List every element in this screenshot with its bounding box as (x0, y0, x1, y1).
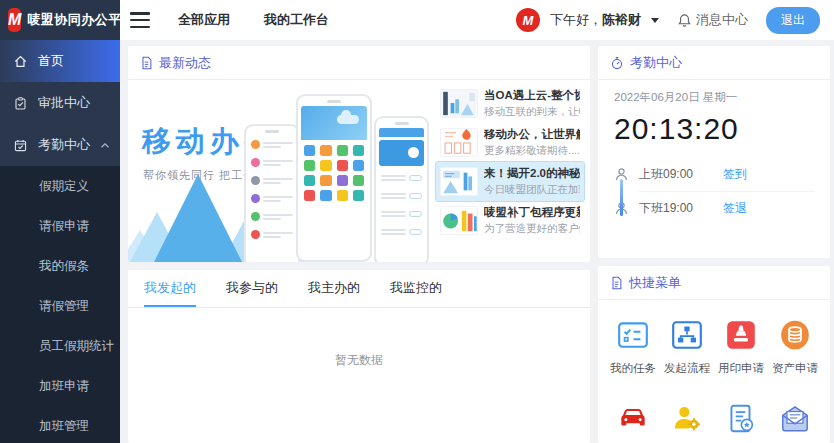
quick-item-label: 资产申请 (772, 361, 818, 376)
attendance-title: 考勤中心 (630, 54, 682, 72)
brand: M 唛盟协同办公平台 (0, 0, 120, 40)
quick-item-start-process[interactable]: 发起流程 (660, 318, 714, 376)
news-item-selected[interactable]: 来！揭开2.0的神秘面纱-今日唛盟团队正在加班加点， (436, 162, 584, 201)
bell-icon (677, 13, 692, 28)
sidebar-item-attendance-center[interactable]: 考勤中心 (0, 124, 120, 166)
tasks-tabs: 我发起的 我参与的 我主办的 我监控的 (128, 270, 590, 308)
quick-item-new-mail[interactable]: 新建邮件 (768, 402, 822, 443)
username: 陈裕财 (602, 12, 641, 27)
stopwatch-icon (610, 56, 624, 70)
news-item[interactable]: 移动办公，让世界触手可更多精彩敬请期待....... (436, 123, 584, 162)
sidebar-item-label: 审批中心 (38, 94, 90, 112)
news-title: 唛盟补丁包程序更新 (484, 205, 580, 220)
quick-item-asset-request[interactable]: 资产申请 (768, 318, 822, 376)
menu-toggle-icon[interactable] (130, 12, 150, 28)
tab-participated-by-me[interactable]: 我参与的 (226, 270, 278, 307)
news-item[interactable]: 唛盟补丁包程序更新为了营造更好的客户体验，唛 (436, 201, 584, 240)
mobile-office-banner[interactable]: 移动办公 帮你领先同行 把工作带出办公室 (128, 80, 436, 262)
submenu-item-employee-holiday-stats[interactable]: 员工假期统计 (0, 326, 120, 366)
news-item[interactable]: 当OA遇上云-整个协同OA移动互联的到来，让OA与云 (436, 84, 584, 123)
check-out-link[interactable]: 签退 (723, 200, 747, 217)
nav-all-apps[interactable]: 全部应用 (178, 11, 230, 29)
tab-monitored-by-me[interactable]: 我监控的 (390, 270, 442, 307)
tab-initiated-by-me[interactable]: 我发起的 (144, 270, 196, 307)
news-thumbnail (440, 206, 478, 235)
message-center[interactable]: 消息中心 (677, 11, 748, 29)
submenu-item-overtime-management[interactable]: 加班管理 (0, 406, 120, 443)
quick-item-meeting-request[interactable]: 会议申请 (660, 402, 714, 443)
submenu-item-leave-request[interactable]: 请假申请 (0, 206, 120, 246)
main-content: 最新动态 移动办公 帮你领先同行 把工作带出办公室 (120, 40, 834, 443)
latest-news-header: 最新动态 (128, 46, 590, 80)
clipboard-check-icon (13, 96, 28, 111)
sidebar-item-label: 考勤中心 (38, 136, 90, 154)
news-desc: 为了营造更好的客户体验，唛 (484, 222, 580, 236)
sidebar-item-approval-center[interactable]: 审批中心 (0, 82, 120, 124)
nav-my-workbench[interactable]: 我的工作台 (264, 11, 329, 29)
logout-button[interactable]: 退出 (766, 7, 820, 34)
attendance-timeline: 上班09:00 签到 下班19:00 签退 (614, 158, 814, 225)
calendar-check-icon (13, 138, 28, 153)
submenu-item-leave-management[interactable]: 请假管理 (0, 286, 120, 326)
quick-menu-title: 快捷菜单 (629, 274, 681, 292)
submenu-item-my-leave-notes[interactable]: 我的假条 (0, 246, 120, 286)
submenu-item-holiday-definition[interactable]: 假期定义 (0, 166, 120, 206)
news-thumbnail (440, 89, 478, 118)
quick-item-seal-request[interactable]: 用印申请 (714, 318, 768, 376)
stamp-icon (724, 318, 758, 352)
quick-item-my-tasks[interactable]: 我的任务 (606, 318, 660, 376)
news-title: 来！揭开2.0的神秘面纱- (484, 166, 580, 181)
document-icon (140, 56, 153, 70)
news-desc: 移动互联的到来，让OA与云 (484, 105, 580, 119)
quick-item-new-contract[interactable]: 新建合同 (714, 402, 768, 443)
tasks-panel: 我发起的 我参与的 我主办的 我监控的 暂无数据 (128, 270, 590, 443)
news-desc: 更多精彩敬请期待....... (484, 144, 580, 158)
phones-illustration (244, 80, 432, 262)
message-center-label: 消息中心 (696, 11, 748, 29)
news-desc: 今日唛盟团队正在加班加点， (484, 183, 580, 197)
chevron-up-icon (100, 142, 110, 149)
user-greeting[interactable]: 下午好，陈裕财 (550, 11, 641, 29)
check-in-row: 上班09:00 签到 (614, 158, 814, 191)
mountain-shape (154, 174, 242, 262)
attendance-submenu: 假期定义 请假申请 我的假条 请假管理 员工假期统计 加班申请 加班管理 (0, 166, 120, 443)
check-out-row: 下班19:00 签退 (614, 192, 814, 225)
user-avatar[interactable]: M (516, 8, 540, 32)
latest-news-title: 最新动态 (159, 54, 211, 72)
left-column: 最新动态 移动办公 帮你领先同行 把工作带出办公室 (128, 46, 590, 443)
check-in-label: 上班09:00 (639, 166, 713, 183)
header-right: M 下午好，陈裕财 消息中心 退出 (516, 7, 834, 34)
assets-database-icon (778, 318, 812, 352)
quick-menu-panel: 快捷菜单 我的任务 发起流程 用印申请 (598, 266, 830, 443)
quick-menu-header: 快捷菜单 (598, 266, 830, 300)
right-column: 考勤中心 2022年06月20日 星期一 20:13:20 上班09:00 签到 (598, 46, 830, 443)
phone-mockup-profile (374, 116, 429, 262)
timeline-connector (620, 179, 623, 216)
sidebar-item-label: 首页 (38, 52, 64, 70)
attendance-header: 考勤中心 (598, 46, 830, 80)
quick-item-label: 我的任务 (610, 361, 656, 376)
tab-hosted-by-me[interactable]: 我主办的 (308, 270, 360, 307)
quick-item-vehicle-request[interactable]: 用车申请 (606, 402, 660, 443)
user-caret-down-icon[interactable] (651, 18, 659, 23)
news-title: 当OA遇上云-整个协同OA (484, 88, 580, 103)
meeting-person-icon (670, 402, 704, 436)
quick-item-label: 发起流程 (664, 361, 710, 376)
sidebar: 首页 审批中心 考勤中心 假期定义 请假申请 我的假条 请假管理 员工假期统计 … (0, 40, 120, 443)
attendance-panel: 考勤中心 2022年06月20日 星期一 20:13:20 上班09:00 签到 (598, 46, 830, 258)
check-out-label: 下班19:00 (639, 200, 713, 217)
submenu-item-overtime-request[interactable]: 加班申请 (0, 366, 120, 406)
latest-news-panel: 最新动态 移动办公 帮你领先同行 把工作带出办公室 (128, 46, 590, 262)
brand-title: 唛盟协同办公平台 (27, 11, 135, 29)
brand-logo-icon: M (8, 8, 21, 32)
news-thumbnail (440, 128, 478, 157)
check-in-link[interactable]: 签到 (723, 166, 747, 183)
car-icon (616, 402, 650, 436)
sidebar-item-home[interactable]: 首页 (0, 40, 120, 82)
home-icon (13, 54, 28, 69)
contract-document-icon (724, 402, 758, 436)
top-nav: 全部应用 我的工作台 (178, 11, 329, 29)
attendance-body: 2022年06月20日 星期一 20:13:20 上班09:00 签到 下班19… (598, 80, 830, 225)
news-thumbnail (440, 167, 478, 196)
task-list-icon (616, 318, 650, 352)
